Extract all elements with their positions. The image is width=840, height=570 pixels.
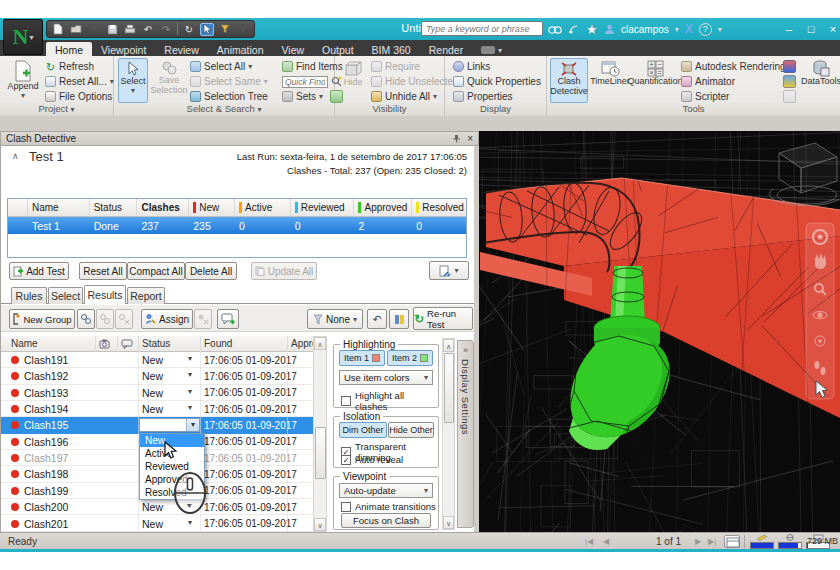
autodesk-rendering-button[interactable]: Autodesk Rendering	[681, 60, 786, 73]
scroll-up-icon[interactable]: ∧	[314, 337, 326, 350]
quick-find-input[interactable]	[282, 76, 328, 88]
status-caret-icon[interactable]: ▾	[188, 518, 192, 527]
select-same-button[interactable]: Select Same▾	[190, 75, 268, 88]
new-group-button[interactable]: New Group	[9, 309, 75, 329]
datatools-button[interactable]: DataTools	[803, 58, 839, 103]
tab-results[interactable]: Results	[84, 285, 126, 304]
save-icon[interactable]	[105, 23, 119, 36]
refresh-icon[interactable]: ↻	[182, 23, 196, 36]
update-all-button[interactable]: Update All	[251, 262, 317, 280]
redo-icon[interactable]: ↷	[159, 23, 173, 36]
header-status[interactable]: Status	[90, 199, 138, 216]
status-caret-icon[interactable]: ▾	[188, 403, 192, 412]
favorites-star-icon[interactable]	[586, 21, 598, 37]
tab-report[interactable]: Report	[127, 287, 165, 304]
prev-sheet-icon[interactable]: ◀	[603, 537, 609, 546]
save-selection-button[interactable]: Save Selection	[151, 58, 187, 103]
group-label-tools[interactable]: Tools	[547, 103, 840, 116]
app-logo[interactable]: N ▾	[3, 19, 43, 55]
item2-button[interactable]: Item 2	[387, 350, 433, 366]
animate-transitions-checkbox[interactable]: Animate transitions	[341, 501, 436, 512]
compact-all-button[interactable]: Compact All	[127, 262, 185, 280]
select-tool-icon[interactable]	[200, 23, 214, 36]
maximize-button[interactable]: □	[800, 21, 822, 37]
next-sheet-icon[interactable]: ▶	[695, 537, 701, 546]
clash-detective-button[interactable]: Clash Detective	[550, 58, 588, 103]
tab-rules[interactable]: Rules	[11, 287, 47, 304]
appearance-profiler-button[interactable]	[783, 60, 796, 73]
status-caret-icon[interactable]: ▾	[188, 370, 192, 379]
quick-properties-button[interactable]: Quick Properties	[453, 75, 541, 88]
sets-button[interactable]: Sets▾	[282, 90, 343, 103]
col-found[interactable]: Found	[204, 338, 232, 349]
filter-select[interactable]: None▾	[307, 309, 363, 329]
qat-customize-caret-icon[interactable]: ▾	[236, 23, 250, 36]
append-button[interactable]: Append▾	[4, 58, 42, 102]
unhide-all-button[interactable]: Unhide All▾	[371, 90, 437, 103]
group-label-display[interactable]: Display	[445, 103, 546, 116]
status-combo-open[interactable]: ▾	[139, 418, 200, 432]
help-icon[interactable]: ?	[699, 23, 712, 36]
collapse-test-icon[interactable]: ∧	[12, 151, 19, 161]
header-active[interactable]: Active	[235, 199, 291, 216]
remove-from-group-button[interactable]	[96, 309, 114, 329]
use-item-colors-select[interactable]: Use item colors▾	[339, 370, 433, 385]
clash-row-clash191[interactable]: Clash191New▾17:06:05 01-09-2017	[1, 352, 313, 368]
header-resolved[interactable]: Resolved	[412, 199, 466, 216]
reset-all-button[interactable]: Reset All...▾	[45, 75, 114, 88]
help-caret-icon[interactable]: ▾	[718, 21, 722, 37]
clash-row-clash194[interactable]: Clash194New▾17:06:05 01-09-2017	[1, 401, 313, 417]
find-items-button[interactable]: Find Items	[282, 60, 343, 73]
explode-group-button[interactable]	[115, 309, 133, 329]
rerun-test-button[interactable]: ↻Re-run Test	[413, 307, 473, 330]
add-test-button[interactable]: Add Test	[9, 262, 69, 280]
settings-scrollbar-thumb[interactable]	[444, 353, 454, 423]
hide-other-button[interactable]: Hide Other	[388, 422, 434, 438]
clash-row-clash201[interactable]: Clash201New▾17:06:05 01-09-2017	[1, 516, 313, 532]
header-name[interactable]: Name	[28, 199, 90, 216]
highlight-all-checkbox[interactable]: Highlight all clashes	[341, 390, 438, 412]
group-label-project[interactable]: Project ▾	[0, 103, 113, 116]
viewpoint-camera-icon[interactable]	[99, 339, 112, 349]
undo-status-button[interactable]: ↶	[367, 309, 387, 329]
import-export-button[interactable]: ▾	[429, 261, 469, 280]
clash-row-clash193[interactable]: Clash193New▾17:06:05 01-09-2017	[1, 385, 313, 401]
unassign-button[interactable]	[194, 309, 212, 329]
auto-reveal-checkbox[interactable]: ✓Auto reveal	[341, 454, 403, 465]
3d-viewport[interactable]	[479, 131, 840, 532]
delete-all-button[interactable]: Delete All	[185, 262, 237, 280]
last-sheet-icon[interactable]: ▶|	[708, 537, 716, 546]
undo-icon[interactable]: ↶	[141, 23, 155, 36]
selection-filter-icon[interactable]	[218, 23, 232, 36]
batch-utility-button[interactable]	[783, 75, 796, 88]
search-input[interactable]	[421, 21, 543, 36]
compact-view-button[interactable]	[389, 309, 409, 329]
header-new[interactable]: New	[189, 199, 235, 216]
signed-in-user[interactable]: clacampos	[621, 24, 669, 35]
clash-row-clash200[interactable]: Clash200New▾17:06:05 01-09-2017	[1, 499, 313, 515]
pin-icon[interactable]	[452, 134, 461, 143]
timeliner-button[interactable]: TimeLiner	[590, 58, 630, 103]
quantification-button[interactable]: +−×= Quantification	[632, 58, 678, 103]
refresh-button[interactable]: ↻Refresh	[45, 60, 94, 73]
properties-button[interactable]: Properties	[453, 90, 513, 103]
group-selected-button[interactable]	[77, 309, 95, 329]
dim-other-button[interactable]: Dim Other	[339, 422, 387, 438]
settings-scroll-up-icon[interactable]: ∧	[443, 339, 454, 352]
select-all-button[interactable]: Select All▾	[190, 60, 252, 73]
settings-scroll-down-icon[interactable]: ∨	[443, 516, 454, 529]
add-comment-button[interactable]	[217, 309, 239, 329]
item1-button[interactable]: Item 1	[339, 350, 385, 366]
communication-center-icon[interactable]	[568, 21, 580, 37]
focus-on-clash-button[interactable]: Focus on Clash	[341, 513, 431, 528]
exchange-apps-icon[interactable]: X	[685, 21, 693, 37]
print-icon[interactable]	[123, 23, 137, 36]
reset-all-tests-button[interactable]: Reset All	[79, 262, 127, 280]
animator-button[interactable]: Animator	[681, 75, 735, 88]
open-caret-icon[interactable]: ▾	[87, 23, 101, 36]
minimize-button[interactable]: –	[778, 21, 800, 37]
close-button[interactable]: ×	[822, 21, 840, 37]
new-file-icon[interactable]	[51, 23, 65, 36]
header-clashes[interactable]: Clashes	[137, 199, 189, 216]
clash-row-clash195[interactable]: Clash195▾17:06:05 01-09-2017	[1, 417, 313, 433]
